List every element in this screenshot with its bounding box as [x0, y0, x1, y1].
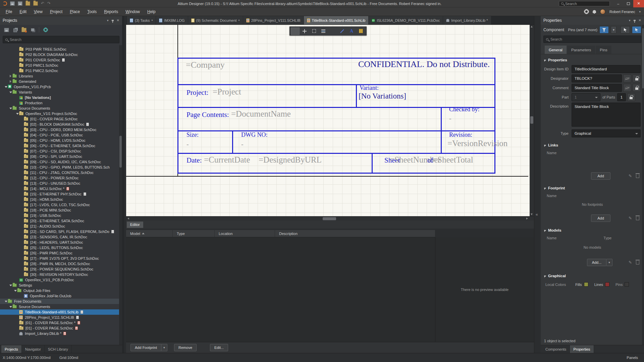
comment-field[interactable]: Standard Title Block	[572, 84, 622, 92]
user-avatar[interactable]	[600, 9, 605, 14]
section-properties[interactable]: Properties	[541, 56, 644, 64]
document-tab[interactable]: ISL6236A_DEMO_PCB_V111.PcbDoc	[369, 16, 443, 24]
panels-button[interactable]: Panels	[623, 355, 641, 361]
designator-lock-icon[interactable]	[633, 74, 641, 82]
save-all-icon[interactable]	[18, 1, 22, 6]
tree-item[interactable]: Free Documents	[0, 299, 122, 304]
select-overlap-button[interactable]	[621, 26, 630, 34]
document-tab[interactable]: TitleBlock-Standard-v001.SchLib	[304, 16, 369, 24]
section-models[interactable]: Models	[541, 227, 644, 234]
panel-menu-chevron-icon[interactable]: ▾	[107, 19, 109, 22]
properties-tab-pins[interactable]: Pins	[596, 46, 611, 54]
models-edit-icon[interactable]: ✎	[629, 260, 632, 265]
part-lock-icon[interactable]	[627, 93, 635, 101]
redo-icon[interactable]: ↷	[47, 1, 51, 6]
tree-item[interactable]: OpenRex_V1I1.PrjPcb	[0, 84, 122, 89]
models-delete-icon[interactable]	[636, 261, 639, 264]
document-tab[interactable]: Import_Library.DbLib *	[443, 16, 491, 24]
tree-item[interactable]: [29] - POWER SEQUENCING.SchDoc	[0, 266, 122, 272]
open-icon[interactable]	[25, 1, 30, 6]
links-add-button[interactable]: Add	[591, 172, 610, 180]
models-table-body[interactable]	[126, 237, 435, 342]
panel-close-icon[interactable]: ✕	[117, 19, 119, 22]
expand-arrow-icon[interactable]	[9, 108, 12, 109]
expand-arrow-icon[interactable]	[9, 75, 12, 77]
section-footprint[interactable]: Footprint	[541, 184, 644, 192]
signed-in-user[interactable]: Robert Feranec	[609, 10, 635, 14]
tree-item[interactable]: Source Documents	[0, 106, 122, 111]
lines-color-swatch[interactable]	[605, 282, 609, 287]
close-button[interactable]: ✕	[633, 0, 644, 7]
tree-item[interactable]: [13] - CPU - UNUSED.SchDoc	[0, 181, 122, 186]
tree-item[interactable]: P02 BLOCK DIAGRAM.SchDoc	[0, 52, 122, 57]
tree-item[interactable]: [01] - COVER PAGE.SchDoc *	[0, 320, 122, 325]
comment-lock-icon[interactable]	[633, 84, 641, 92]
models-add-dropdown-icon[interactable]: ▼	[606, 259, 612, 266]
panel-pin-icon[interactable]	[112, 20, 114, 21]
tree-item[interactable]: Production	[0, 100, 122, 106]
document-tab[interactable]: (3) Tasks▾	[127, 16, 156, 24]
tree-item[interactable]: [04] - CPU - PCIE, USB.SchDoc	[0, 132, 122, 138]
expand-arrow-icon[interactable]	[9, 80, 12, 83]
notifications-bell-icon[interactable]	[593, 10, 596, 13]
designator-field[interactable]: TBLOCK?	[572, 74, 622, 82]
tree-item[interactable]: [27] - PWR 1V375 OPT, 3V3 OPT.SchDoc	[0, 256, 122, 261]
tree-item[interactable]: [03] - CPU - DDR3, DDR3 MEM.SchDoc	[0, 127, 122, 132]
tree-item[interactable]: [28] - PWR IN, MECH, DOC.SchDoc	[0, 261, 122, 266]
compile-icon[interactable]	[13, 28, 17, 32]
tree-item[interactable]: [24] - HEADERS, UART.SchDoc	[0, 240, 122, 245]
tree-item[interactable]: [22] - SD CARD, SPI, FLASH, EEPROM,.SchD…	[0, 229, 122, 234]
select-tool-icon[interactable]	[310, 27, 318, 35]
left-panel-tab-sch-library[interactable]: SCH Library	[45, 345, 72, 353]
schematic-canvas[interactable]: =Company CONFIDENTIAL. Do not Distribute…	[126, 25, 534, 216]
menu-help[interactable]: Help	[144, 9, 159, 14]
tree-item[interactable]: P11 PMIC2.SchDoc	[0, 68, 122, 73]
fills-color-swatch[interactable]	[584, 282, 588, 287]
models-add-button[interactable]: Add...	[587, 259, 606, 266]
filter-button[interactable]	[599, 26, 609, 34]
user-menu-chevron-icon[interactable]: ▾	[639, 10, 641, 13]
column-header-description[interactable]: Description	[275, 230, 435, 237]
footprint-edit-icon[interactable]: ✎	[629, 216, 632, 221]
right-panel-tab-components[interactable]: Components	[542, 345, 570, 353]
tree-item[interactable]: OpenRex_V1I1_PCB.PcbDoc	[0, 277, 122, 283]
tree-item[interactable]: [20] - ETHERNET, SATA.SchDoc	[0, 218, 122, 224]
panel-settings-gear-icon[interactable]	[44, 28, 48, 32]
menu-reports[interactable]: Reports	[100, 9, 122, 14]
document-tab[interactable]: (9) Schematic Document▾	[188, 16, 243, 24]
tree-item[interactable]: Settings	[0, 283, 122, 288]
tree-item[interactable]: TitleBlock-Standard-v001.SchLib	[0, 309, 122, 315]
tree-item[interactable]: Source Documents	[0, 304, 122, 309]
expand-arrow-icon[interactable]	[4, 86, 8, 88]
tree-item[interactable]: [01] - COVER PAGE.SchDoc	[0, 116, 122, 122]
tree-item[interactable]: [06] - CPU - ETHERNET, SATA.SchDoc	[0, 143, 122, 148]
local-colors-label[interactable]: Local Colors	[545, 283, 566, 287]
menu-tools[interactable]: Tools	[84, 9, 100, 14]
tree-item[interactable]: [07] - CPU - CSI, DISP.SchDoc	[0, 148, 122, 154]
panel-menu-chevron-icon[interactable]: ▾	[629, 19, 631, 22]
left-panel-tab-projects[interactable]: Projects	[1, 345, 22, 353]
properties-tab-parameters[interactable]: Parameters	[567, 46, 595, 54]
tree-item[interactable]: Import_Library.DbLib *	[0, 331, 122, 336]
global-search-input[interactable]: Search	[559, 1, 610, 6]
tree-item[interactable]: [01] - COVER PAGE.SchDoc	[0, 325, 122, 331]
type-select[interactable]: Graphical	[572, 129, 641, 137]
open-document-icon[interactable]	[21, 28, 26, 32]
part-select[interactable]: 1	[572, 93, 600, 101]
remove-button[interactable]: Remove	[174, 344, 197, 351]
properties-tab-general[interactable]: General	[545, 46, 567, 54]
menu-view[interactable]: View	[30, 9, 46, 14]
maximize-button[interactable]	[623, 0, 633, 7]
footprint-add-button[interactable]: Add	[591, 215, 610, 222]
tab-editor[interactable]: Editor	[127, 222, 143, 228]
expand-arrow-icon[interactable]	[13, 290, 17, 292]
tree-item[interactable]: Output Job Files	[0, 288, 122, 293]
section-graphical[interactable]: Graphical	[541, 272, 644, 280]
links-delete-icon[interactable]	[636, 174, 639, 178]
description-field[interactable]: Standard Title Block	[572, 103, 641, 127]
tab-dropdown-icon[interactable]: ▾	[238, 19, 240, 22]
undo-icon[interactable]: ↶	[41, 1, 44, 6]
properties-scrollbar[interactable]	[642, 25, 644, 345]
tree-item[interactable]: [25] - LEDS, BUTTONS.SchDoc	[0, 245, 122, 250]
panel-close-icon[interactable]: ✕	[639, 19, 641, 22]
